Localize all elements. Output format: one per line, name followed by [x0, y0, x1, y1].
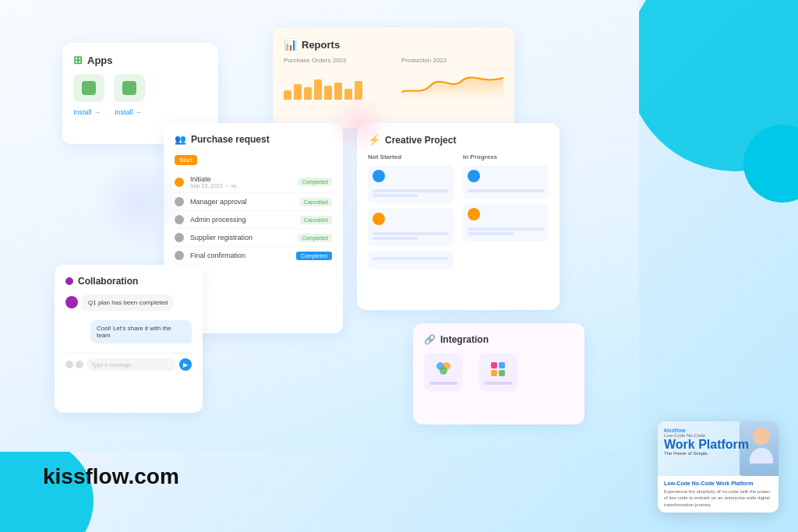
creative-title: ⚡ Creative Project: [368, 134, 549, 146]
line-1: [373, 189, 449, 192]
emoji-icon: [65, 361, 73, 368]
ad-body-title: Low-Code No-Code Work Platform: [664, 481, 772, 486]
msg-bubble-2: Cool! Let's share it with the team: [90, 320, 192, 344]
kanban-item-1: [368, 165, 454, 203]
integration-icon: 🔗: [424, 334, 436, 345]
bottom-text-area: kissflow.com: [43, 464, 179, 489]
app-items: [73, 74, 229, 102]
step-admin: Admin processing Cancelled: [175, 211, 332, 229]
step-badge-4: Completed: [296, 252, 332, 260]
collaboration-card: Collaboration Q1 plan has been completed…: [55, 265, 203, 413]
step-badge-1: Cancelled: [300, 198, 332, 206]
svg-rect-5: [491, 370, 497, 376]
step-final: Final confirmation Completed: [175, 247, 332, 264]
site-url: kissflow.com: [43, 464, 179, 489]
avatar-1: [373, 170, 385, 182]
kanban-item-5: [463, 203, 549, 241]
kanban-item-3: [368, 251, 454, 270]
bar-4: [314, 79, 322, 100]
ad-work: Work Platform: [664, 438, 772, 452]
line-5: [373, 257, 449, 260]
production-title: Production 2022: [401, 57, 503, 64]
app-icon-1: [82, 81, 96, 95]
bar-chart: [284, 69, 386, 100]
collab-title: Collaboration: [65, 276, 192, 287]
integration-icon-2: [478, 353, 517, 392]
line-7: [468, 227, 544, 231]
app-link-2[interactable]: Install →: [115, 108, 142, 116]
production-section: Production 2022: [401, 57, 503, 100]
step-supplier: Supplier registration Completed: [175, 229, 332, 247]
app-link-1[interactable]: Install →: [73, 108, 101, 116]
bar-3: [304, 87, 312, 100]
ad-header-text: kissflow Low-Code No-Code Work Platform …: [664, 428, 772, 456]
kanban-col-inprogress: In Progress: [463, 153, 549, 274]
app-links: Install → Install →: [73, 108, 229, 116]
svg-rect-6: [499, 370, 505, 376]
line-4: [373, 237, 418, 240]
app-item-1: [73, 74, 104, 102]
apps-title: ⊞ Apps: [73, 54, 229, 66]
line-3: [373, 232, 449, 235]
step-left-3: Supplier registration: [175, 233, 252, 242]
msg-row-1: Q1 plan has been completed: [65, 294, 192, 315]
reports-card: 📊 Reports Purchase Orders 2022 Productio: [273, 27, 514, 129]
bar-2: [294, 84, 302, 100]
ad-header: kissflow Low-Code No-Code Work Platform …: [658, 421, 779, 476]
step-left-4: Final confirmation: [175, 251, 245, 260]
kanban-item-4: [463, 165, 549, 199]
purchase-orders-section: Purchase Orders 2022: [284, 57, 386, 100]
ad-body-text: Experience the simplicity of no-code wit…: [664, 488, 772, 508]
msg-avatar-1: [65, 296, 78, 308]
reports-icon: 📊: [284, 38, 297, 51]
step-badge-2: Cancelled: [300, 216, 332, 224]
step-manager: Manager approval Cancelled: [175, 193, 332, 211]
deco-circle-1: [94, 156, 187, 249]
app-icon-2: [122, 81, 136, 95]
svg-point-2: [440, 367, 447, 375]
reports-content: Purchase Orders 2022 Production 2022: [284, 57, 503, 100]
kanban-col-notstarted: Not Started: [368, 153, 454, 274]
start-badge: Start: [175, 155, 197, 165]
ad-card[interactable]: kissflow Low-Code No-Code Work Platform …: [658, 421, 779, 513]
deco-circle-2: [327, 93, 390, 156]
integration-icon-1: [424, 353, 463, 392]
msg-input-row: Type a message... ▶: [65, 353, 192, 371]
step-name: Initiate Sep 23, 2023 → xx: [190, 175, 237, 188]
msg-bubble-1: Q1 plan has been completed: [82, 294, 174, 311]
line-2: [373, 194, 418, 197]
purchase-icon: 👥: [175, 134, 186, 145]
grid-icon: ⊞: [73, 54, 83, 66]
int-line-1: [429, 382, 457, 385]
integration-icons: [424, 353, 574, 392]
msg-row-2: Cool! Let's share it with the team: [65, 320, 192, 348]
kanban-board: Not Started In Progress: [368, 153, 549, 274]
step-dot-3: [175, 233, 184, 242]
line-6: [468, 189, 544, 192]
msg-icons: [65, 361, 83, 368]
ad-power: The Power of Simple.: [664, 451, 772, 456]
ad-brand: kissflow: [664, 428, 772, 433]
line-8: [468, 232, 514, 235]
step-left-2: Admin processing: [175, 215, 246, 224]
line-chart: [401, 69, 503, 100]
bar-1: [284, 90, 291, 100]
step-badge-3: Completed: [298, 234, 332, 242]
step-badge-0: Completed: [298, 178, 332, 186]
step-initiate: Initiate Sep 23, 2023 → xx Completed: [175, 171, 332, 193]
reports-title: 📊 Reports: [284, 38, 503, 51]
app-item-2: [114, 74, 145, 102]
attach-icon: [76, 361, 83, 368]
send-button[interactable]: ▶: [179, 358, 192, 371]
purchase-title: 👥 Purchase request: [175, 134, 332, 145]
collab-dot: [65, 277, 73, 285]
svg-rect-3: [491, 362, 497, 368]
message-input[interactable]: Type a message...: [87, 358, 176, 371]
integration-card: 🔗 Integration: [413, 323, 584, 425]
purchase-orders-title: Purchase Orders 2022: [284, 57, 386, 64]
step-dot-4: [175, 251, 184, 260]
bar-6: [334, 83, 342, 100]
ad-body: Low-Code No-Code Work Platform Experienc…: [658, 476, 779, 513]
creative-project-card: ⚡ Creative Project Not Started: [357, 123, 560, 310]
avatar-3: [468, 170, 480, 182]
